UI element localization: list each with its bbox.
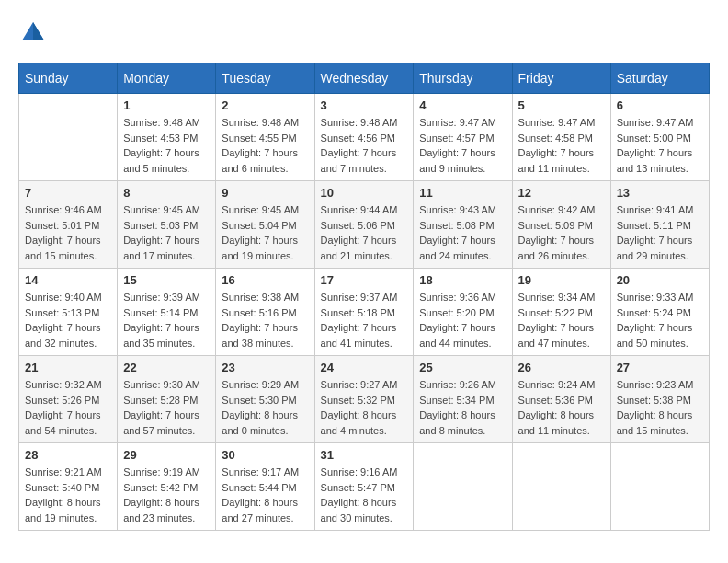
calendar-cell: 28 Sunrise: 9:21 AMSunset: 5:40 PMDaylig… — [19, 443, 118, 531]
calendar-cell: 4 Sunrise: 9:47 AMSunset: 4:57 PMDayligh… — [414, 94, 512, 181]
day-info: Sunrise: 9:42 AMSunset: 5:09 PMDaylight:… — [518, 202, 605, 263]
day-info: Sunrise: 9:17 AMSunset: 5:44 PMDaylight:… — [222, 465, 308, 525]
day-number: 1 — [123, 98, 210, 112]
day-info: Sunrise: 9:39 AMSunset: 5:14 PMDaylight:… — [123, 290, 210, 350]
calendar-cell: 31 Sunrise: 9:16 AMSunset: 5:47 PMDaylig… — [314, 443, 414, 531]
calendar-cell: 17 Sunrise: 9:37 AMSunset: 5:18 PMDaylig… — [314, 269, 414, 356]
calendar-cell: 25 Sunrise: 9:26 AMSunset: 5:34 PMDaylig… — [414, 356, 512, 443]
day-info: Sunrise: 9:19 AMSunset: 5:42 PMDaylight:… — [123, 465, 210, 525]
calendar-cell: 8 Sunrise: 9:45 AMSunset: 5:03 PMDayligh… — [118, 181, 216, 269]
day-info: Sunrise: 9:32 AMSunset: 5:26 PMDaylight:… — [25, 377, 111, 438]
calendar-cell — [512, 443, 610, 531]
day-header-saturday: Saturday — [610, 63, 709, 94]
day-number: 31 — [321, 448, 408, 462]
day-number: 4 — [419, 98, 506, 112]
day-header-wednesday: Wednesday — [314, 63, 414, 94]
calendar-table: SundayMondayTuesdayWednesdayThursdayFrid… — [18, 63, 710, 531]
calendar-cell: 30 Sunrise: 9:17 AMSunset: 5:44 PMDaylig… — [216, 443, 314, 531]
calendar-week-row: 14 Sunrise: 9:40 AMSunset: 5:13 PMDaylig… — [19, 269, 710, 356]
day-number: 14 — [25, 273, 111, 287]
calendar-cell: 11 Sunrise: 9:43 AMSunset: 5:08 PMDaylig… — [414, 181, 512, 269]
calendar-week-row: 1 Sunrise: 9:48 AMSunset: 4:53 PMDayligh… — [19, 94, 710, 181]
calendar-cell: 7 Sunrise: 9:46 AMSunset: 5:01 PMDayligh… — [19, 181, 118, 269]
day-number: 10 — [321, 186, 408, 200]
calendar-cell: 22 Sunrise: 9:30 AMSunset: 5:28 PMDaylig… — [118, 356, 216, 443]
day-number: 3 — [321, 98, 408, 112]
day-number: 2 — [222, 98, 308, 112]
calendar-cell: 9 Sunrise: 9:45 AMSunset: 5:04 PMDayligh… — [216, 181, 314, 269]
day-number: 5 — [518, 98, 605, 112]
svg-marker-1 — [33, 22, 44, 40]
day-info: Sunrise: 9:40 AMSunset: 5:13 PMDaylight:… — [25, 290, 111, 350]
calendar-cell — [19, 94, 118, 181]
calendar-cell: 13 Sunrise: 9:41 AMSunset: 5:11 PMDaylig… — [610, 181, 709, 269]
calendar-cell — [414, 443, 512, 531]
calendar-cell: 10 Sunrise: 9:44 AMSunset: 5:06 PMDaylig… — [314, 181, 414, 269]
day-info: Sunrise: 9:16 AMSunset: 5:47 PMDaylight:… — [321, 465, 408, 525]
day-number: 15 — [123, 273, 210, 287]
day-header-friday: Friday — [512, 63, 610, 94]
day-info: Sunrise: 9:33 AMSunset: 5:24 PMDaylight:… — [617, 290, 703, 350]
calendar-cell: 1 Sunrise: 9:48 AMSunset: 4:53 PMDayligh… — [118, 94, 216, 181]
day-number: 30 — [222, 448, 308, 462]
day-number: 29 — [123, 448, 210, 462]
calendar-cell: 6 Sunrise: 9:47 AMSunset: 5:00 PMDayligh… — [610, 94, 709, 181]
day-number: 17 — [321, 273, 408, 287]
day-info: Sunrise: 9:38 AMSunset: 5:16 PMDaylight:… — [222, 290, 308, 350]
day-info: Sunrise: 9:37 AMSunset: 5:18 PMDaylight:… — [321, 290, 408, 350]
calendar-cell: 16 Sunrise: 9:38 AMSunset: 5:16 PMDaylig… — [216, 269, 314, 356]
day-info: Sunrise: 9:44 AMSunset: 5:06 PMDaylight:… — [321, 202, 408, 263]
calendar-week-row: 28 Sunrise: 9:21 AMSunset: 5:40 PMDaylig… — [19, 443, 710, 531]
day-info: Sunrise: 9:48 AMSunset: 4:55 PMDaylight:… — [222, 115, 308, 176]
calendar-cell: 26 Sunrise: 9:24 AMSunset: 5:36 PMDaylig… — [512, 356, 610, 443]
logo-icon — [18, 18, 48, 48]
day-number: 21 — [25, 361, 111, 374]
calendar-header-row: SundayMondayTuesdayWednesdayThursdayFrid… — [19, 63, 710, 94]
day-info: Sunrise: 9:47 AMSunset: 4:58 PMDaylight:… — [518, 115, 605, 176]
calendar-cell: 23 Sunrise: 9:29 AMSunset: 5:30 PMDaylig… — [216, 356, 314, 443]
day-info: Sunrise: 9:27 AMSunset: 5:32 PMDaylight:… — [321, 377, 408, 438]
calendar-cell: 12 Sunrise: 9:42 AMSunset: 5:09 PMDaylig… — [512, 181, 610, 269]
day-header-monday: Monday — [118, 63, 216, 94]
day-info: Sunrise: 9:23 AMSunset: 5:38 PMDaylight:… — [617, 377, 703, 438]
day-header-thursday: Thursday — [414, 63, 512, 94]
calendar-cell: 14 Sunrise: 9:40 AMSunset: 5:13 PMDaylig… — [19, 269, 118, 356]
day-number: 28 — [25, 448, 111, 462]
day-number: 12 — [518, 186, 605, 200]
day-number: 24 — [321, 361, 408, 374]
calendar-cell: 3 Sunrise: 9:48 AMSunset: 4:56 PMDayligh… — [314, 94, 414, 181]
day-info: Sunrise: 9:41 AMSunset: 5:11 PMDaylight:… — [617, 202, 703, 263]
page-header — [18, 18, 710, 48]
day-info: Sunrise: 9:29 AMSunset: 5:30 PMDaylight:… — [222, 377, 308, 438]
day-info: Sunrise: 9:47 AMSunset: 5:00 PMDaylight:… — [617, 115, 703, 176]
day-number: 6 — [617, 98, 703, 112]
calendar-cell: 18 Sunrise: 9:36 AMSunset: 5:20 PMDaylig… — [414, 269, 512, 356]
day-info: Sunrise: 9:43 AMSunset: 5:08 PMDaylight:… — [419, 202, 506, 263]
day-number: 7 — [25, 186, 111, 200]
calendar-cell: 24 Sunrise: 9:27 AMSunset: 5:32 PMDaylig… — [314, 356, 414, 443]
calendar-week-row: 21 Sunrise: 9:32 AMSunset: 5:26 PMDaylig… — [19, 356, 710, 443]
calendar-cell: 5 Sunrise: 9:47 AMSunset: 4:58 PMDayligh… — [512, 94, 610, 181]
day-number: 27 — [617, 361, 703, 374]
calendar-cell: 19 Sunrise: 9:34 AMSunset: 5:22 PMDaylig… — [512, 269, 610, 356]
calendar-cell: 15 Sunrise: 9:39 AMSunset: 5:14 PMDaylig… — [118, 269, 216, 356]
day-number: 20 — [617, 273, 703, 287]
day-info: Sunrise: 9:34 AMSunset: 5:22 PMDaylight:… — [518, 290, 605, 350]
day-number: 23 — [222, 361, 308, 374]
day-info: Sunrise: 9:30 AMSunset: 5:28 PMDaylight:… — [123, 377, 210, 438]
day-number: 9 — [222, 186, 308, 200]
calendar-cell: 20 Sunrise: 9:33 AMSunset: 5:24 PMDaylig… — [610, 269, 709, 356]
day-number: 26 — [518, 361, 605, 374]
day-header-tuesday: Tuesday — [216, 63, 314, 94]
day-number: 18 — [419, 273, 506, 287]
day-info: Sunrise: 9:47 AMSunset: 4:57 PMDaylight:… — [419, 115, 506, 176]
day-info: Sunrise: 9:48 AMSunset: 4:53 PMDaylight:… — [123, 115, 210, 176]
day-info: Sunrise: 9:48 AMSunset: 4:56 PMDaylight:… — [321, 115, 408, 176]
day-number: 25 — [419, 361, 506, 374]
day-number: 13 — [617, 186, 703, 200]
calendar-cell: 29 Sunrise: 9:19 AMSunset: 5:42 PMDaylig… — [118, 443, 216, 531]
day-info: Sunrise: 9:36 AMSunset: 5:20 PMDaylight:… — [419, 290, 506, 350]
day-number: 11 — [419, 186, 506, 200]
calendar-cell — [610, 443, 709, 531]
calendar-week-row: 7 Sunrise: 9:46 AMSunset: 5:01 PMDayligh… — [19, 181, 710, 269]
